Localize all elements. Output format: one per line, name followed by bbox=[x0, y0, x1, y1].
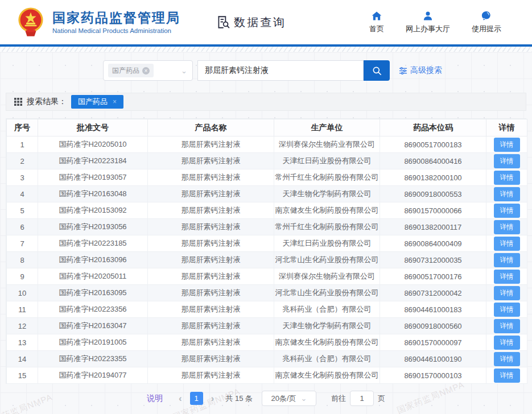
search-input[interactable] bbox=[197, 60, 364, 81]
detail-button[interactable]: 详情 bbox=[494, 286, 520, 300]
prev-page-icon[interactable]: ‹ bbox=[176, 392, 184, 405]
table-cell: 国药准字H20205010 bbox=[38, 136, 148, 153]
search-button[interactable] bbox=[364, 60, 390, 81]
table-row: 14国药准字H20223355那屈肝素钙注射液兆科药业（合肥）有限公司86904… bbox=[7, 351, 527, 367]
category-select[interactable]: 国产药品 × ⌄ bbox=[103, 60, 193, 81]
results-bar: 搜索结果： 国产药品 × bbox=[6, 93, 526, 111]
detail-button[interactable]: 详情 bbox=[494, 204, 520, 218]
detail-button[interactable]: 详情 bbox=[494, 270, 520, 284]
table-cell: 14 bbox=[7, 351, 38, 367]
table-cell: 天津生物化学制药有限公司 bbox=[274, 318, 380, 334]
table-cell-detail: 详情 bbox=[486, 235, 527, 252]
data-query-icon bbox=[216, 15, 230, 30]
table-cell: 86901570000103 bbox=[380, 367, 486, 384]
detail-button[interactable]: 详情 bbox=[494, 154, 520, 168]
table-cell: 常州千红生化制药股份有限公司 bbox=[274, 219, 380, 235]
home-icon bbox=[371, 10, 382, 22]
section-heading: 数据查询 bbox=[216, 15, 286, 30]
detail-button[interactable]: 详情 bbox=[494, 253, 520, 267]
national-emblem-logo bbox=[16, 6, 46, 38]
agency-title: 国家药品监督管理局 bbox=[52, 10, 180, 26]
detail-button[interactable]: 详情 bbox=[494, 319, 520, 333]
table-cell: 深圳赛保尔生物药业有限公司 bbox=[274, 136, 380, 153]
detail-button[interactable]: 详情 bbox=[494, 369, 520, 383]
goto-page-input[interactable] bbox=[350, 391, 374, 406]
table-cell: 常州千红生化制药股份有限公司 bbox=[274, 169, 380, 186]
table-cell: 那屈肝素钙注射液 bbox=[148, 136, 274, 153]
agency-subtitle: National Medical Products Administration bbox=[52, 27, 180, 34]
goto-suffix-label: 页 bbox=[378, 394, 385, 404]
next-page-icon[interactable]: › bbox=[209, 392, 217, 405]
detail-button[interactable]: 详情 bbox=[494, 187, 520, 201]
table-cell: 国药准字H20223184 bbox=[38, 153, 148, 169]
result-tag-close-icon[interactable]: × bbox=[113, 98, 117, 106]
table-cell-detail: 详情 bbox=[486, 186, 527, 202]
table-cell-detail: 详情 bbox=[486, 136, 527, 153]
column-header: 详情 bbox=[486, 119, 527, 136]
table-cell: 5 bbox=[7, 202, 38, 219]
table-cell-detail: 详情 bbox=[486, 334, 527, 351]
total-count-label: 共 15 条 bbox=[225, 394, 253, 404]
detail-button[interactable]: 详情 bbox=[494, 352, 520, 366]
detail-button[interactable]: 详情 bbox=[494, 336, 520, 350]
table-cell: 15 bbox=[7, 367, 38, 384]
table-cell: 1 bbox=[7, 136, 38, 153]
table-cell: 天津红日药业股份有限公司 bbox=[274, 235, 380, 252]
table-cell: 那屈肝素钙注射液 bbox=[148, 153, 274, 169]
nav-item-tips[interactable]: 使用提示 bbox=[472, 10, 501, 34]
table-cell: 国药准字H20163096 bbox=[38, 252, 148, 268]
table-cell: 那屈肝素钙注射液 bbox=[148, 235, 274, 252]
table-cell: 那屈肝素钙注射液 bbox=[148, 219, 274, 235]
table-cell-detail: 详情 bbox=[486, 367, 527, 384]
table-row: 3国药准字H20193057那屈肝素钙注射液常州千红生化制药股份有限公司8690… bbox=[7, 169, 527, 186]
table-cell-detail: 详情 bbox=[486, 285, 527, 301]
table-cell: 那屈肝素钙注射液 bbox=[148, 351, 274, 367]
table-cell: 国药准字H20194077 bbox=[38, 367, 148, 384]
table-cell: 兆科药业（合肥）有限公司 bbox=[274, 301, 380, 318]
column-header: 生产单位 bbox=[274, 119, 380, 136]
table-cell: 天津红日药业股份有限公司 bbox=[274, 153, 380, 169]
table-cell: 12 bbox=[7, 318, 38, 334]
table-header-row: 序号批准文号产品名称生产单位药品本位码详情 bbox=[7, 119, 527, 136]
table-cell: 兆科药业（合肥）有限公司 bbox=[274, 351, 380, 367]
detail-button[interactable]: 详情 bbox=[494, 220, 520, 234]
column-header: 产品名称 bbox=[148, 119, 274, 136]
table-cell: 86900517000183 bbox=[380, 136, 486, 153]
nav-item-service-hall[interactable]: 网上办事大厅 bbox=[406, 10, 450, 34]
table-cell: 86901382000117 bbox=[380, 219, 486, 235]
table-cell: 那屈肝素钙注射液 bbox=[148, 285, 274, 301]
table-cell: 那屈肝素钙注射液 bbox=[148, 252, 274, 268]
page-number-button[interactable]: 1 bbox=[190, 392, 203, 405]
table-row: 13国药准字H20191005那屈肝素钙注射液南京健友生化制药股份有限公司869… bbox=[7, 334, 527, 351]
table-row: 15国药准字H20194077那屈肝素钙注射液南京健友生化制药股份有限公司869… bbox=[7, 367, 527, 384]
detail-button[interactable]: 详情 bbox=[494, 138, 520, 152]
grid-icon bbox=[14, 98, 22, 106]
table-row: 5国药准字H20153092那屈肝素钙注射液南京健友生化制药股份有限公司8690… bbox=[7, 202, 527, 219]
nav-item-home[interactable]: 首页 bbox=[369, 10, 384, 34]
advanced-search-link[interactable]: 高级搜索 bbox=[399, 65, 442, 76]
table-cell: 86900918000553 bbox=[380, 186, 486, 202]
table-cell: 86901570000097 bbox=[380, 334, 486, 351]
table-cell: 河北常山生化药业股份有限公司 bbox=[274, 285, 380, 301]
table-cell-detail: 详情 bbox=[486, 268, 527, 285]
table-cell: 86907312000042 bbox=[380, 285, 486, 301]
detail-button[interactable]: 详情 bbox=[494, 237, 520, 251]
table-cell: 河北常山生化药业股份有限公司 bbox=[274, 252, 380, 268]
detail-button[interactable]: 详情 bbox=[494, 303, 520, 317]
detail-button[interactable]: 详情 bbox=[494, 171, 520, 185]
table-row: 12国药准字H20163047那屈肝素钙注射液天津生物化学制药有限公司86900… bbox=[7, 318, 527, 334]
note-link[interactable]: 说明 bbox=[147, 394, 163, 404]
table-row: 1国药准字H20205010那屈肝素钙注射液深圳赛保尔生物药业有限公司86900… bbox=[7, 136, 527, 153]
table-row: 4国药准字H20163048那屈肝素钙注射液天津生物化学制药有限公司869009… bbox=[7, 186, 527, 202]
search-icon bbox=[372, 65, 382, 76]
search-row: 国产药品 × ⌄ 高级搜索 bbox=[103, 60, 532, 81]
table-row: 6国药准字H20193056那屈肝素钙注射液常州千红生化制药股份有限公司8690… bbox=[7, 219, 527, 235]
results-table-container: 序号批准文号产品名称生产单位药品本位码详情 1国药准字H20205010那屈肝素… bbox=[6, 118, 526, 384]
category-tag-close-icon[interactable]: × bbox=[142, 67, 150, 74]
page-size-select[interactable]: 20条/页 ⌄ bbox=[262, 391, 316, 406]
nav-label: 网上办事大厅 bbox=[406, 24, 450, 34]
category-tag: 国产药品 × bbox=[108, 64, 154, 77]
result-filter-tag: 国产药品 × bbox=[71, 95, 123, 109]
table-cell-detail: 详情 bbox=[486, 301, 527, 318]
table-cell: 10 bbox=[7, 285, 38, 301]
